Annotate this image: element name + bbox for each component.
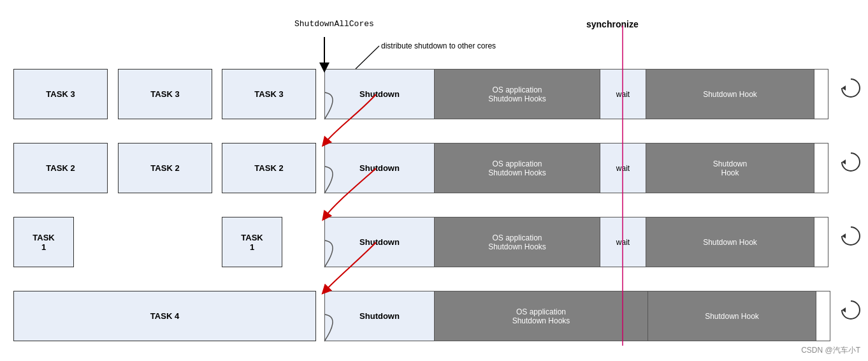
row3-circle-arrow xyxy=(839,225,862,262)
row1-os-cell: OS applicationShutdown Hooks xyxy=(435,70,600,119)
row2-wait-cell: wait xyxy=(600,144,646,193)
row2-end-cell xyxy=(814,144,828,193)
distribute-label-line xyxy=(356,46,379,69)
task4-box: TASK 4 xyxy=(13,291,316,341)
task2-box-2: TASK 2 xyxy=(118,143,212,193)
row2-os-cell: OS applicationShutdown Hooks xyxy=(435,144,600,193)
row2-circle-arrow xyxy=(839,151,862,188)
task2-box-1: TASK 2 xyxy=(13,143,108,193)
row3-shutdown-cell: Shutdown xyxy=(325,217,435,267)
task1-box-1: TASK 1 xyxy=(13,217,74,267)
row1-end-cell xyxy=(814,70,828,119)
row3-end-cell xyxy=(814,217,828,267)
watermark: CSDN @汽车小T xyxy=(801,345,860,356)
task3-box-2: TASK 3 xyxy=(118,69,212,119)
row4-hook-cell: Shutdown Hook xyxy=(648,291,816,341)
row1-hook-cell: Shutdown Hook xyxy=(646,70,814,119)
task3-box-3: TASK 3 xyxy=(222,69,316,119)
row4-shutdown-cell: Shutdown xyxy=(325,291,435,341)
row1-shutdown-cell: Shutdown xyxy=(325,70,435,119)
row3-bar: Shutdown OS applicationShutdown Hooks wa… xyxy=(324,217,828,267)
diagram-container: ShutdownAllCores distribute shutdown to … xyxy=(0,0,868,361)
row4-circle-arrow xyxy=(839,298,862,336)
row4-end-cell xyxy=(816,291,830,341)
row1-circle-arrow xyxy=(839,77,862,114)
row3-os-cell: OS applicationShutdown Hooks xyxy=(435,217,600,267)
row2-bar: Shutdown OS applicationShutdown Hooks wa… xyxy=(324,143,828,193)
row2-shutdown-cell: Shutdown xyxy=(325,144,435,193)
row1-wait-cell: wait xyxy=(600,70,646,119)
row4-os-cell: OS applicationShutdown Hooks xyxy=(435,291,648,341)
row3-hook-cell: Shutdown Hook xyxy=(646,217,814,267)
row4-bar: Shutdown OS applicationShutdown Hooks Sh… xyxy=(324,291,830,341)
shutdown-all-cores-label: ShutdownAllCores xyxy=(294,19,374,29)
task3-box-1: TASK 3 xyxy=(13,69,108,119)
distribute-shutdown-label: distribute shutdown to other cores xyxy=(381,41,496,50)
row1-bar: Shutdown OS applicationShutdown Hooks wa… xyxy=(324,69,828,119)
task2-box-3: TASK 2 xyxy=(222,143,316,193)
task1-box-2: TASK 1 xyxy=(222,217,282,267)
row3-wait-cell: wait xyxy=(600,217,646,267)
row2-hook-cell: ShutdownHook xyxy=(646,144,814,193)
synchronize-label: synchronize xyxy=(586,19,639,29)
